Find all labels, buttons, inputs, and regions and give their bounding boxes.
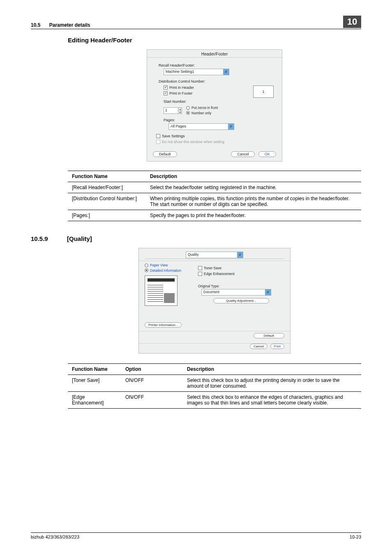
original-type-label: Original Type: [198, 284, 284, 288]
original-type-value: Document [203, 290, 219, 294]
cancel-button[interactable]: Cancel [250, 344, 267, 349]
print-in-header-label: Print in Header [169, 86, 194, 90]
chevron-up-down-icon: ⇵ [237, 252, 243, 258]
paper-view-radio[interactable]: Paper View [145, 263, 168, 267]
print-button[interactable]: Print [270, 344, 284, 349]
toner-save-checkbox[interactable]: Toner Save [198, 266, 221, 270]
chevron-up-down-icon: ⇵ [265, 289, 271, 295]
print-in-header-checkbox[interactable]: Print in Header [164, 86, 194, 90]
checkbox-icon [198, 272, 202, 276]
table-row: [Distribution Control Number:] When prin… [68, 193, 361, 210]
table-header-option: Option [121, 364, 183, 375]
table-cell-opt: ON/OFF [121, 375, 183, 392]
table-cell-desc: When printing multiple copies, this func… [146, 193, 361, 210]
section-number: 10.5 [31, 22, 40, 28]
chevron-up-icon: ▴ [178, 108, 182, 111]
table-cell-fn: [Distribution Control Number:] [68, 193, 146, 210]
table-cell-desc: Select this check box to adjust the prin… [183, 375, 361, 392]
recall-select-value: Machine Setting1 [166, 69, 194, 74]
number-only-radio[interactable]: Number only [186, 111, 211, 115]
table-row: [Edge Enhancement] ON/OFF Select this ch… [68, 392, 361, 409]
start-number-label: Start Number: [164, 99, 274, 104]
dialog-title: Header/Footer [147, 50, 282, 58]
cancel-button[interactable]: Cancel [231, 151, 255, 157]
do-not-show-checkbox: Do not show this window when setting [156, 140, 224, 144]
section-title: Parameter details [49, 22, 90, 28]
checkbox-icon [164, 91, 168, 95]
quality-tab-value: Quality [188, 252, 198, 257]
paper-view-label: Paper View [150, 263, 168, 267]
quality-tab-select[interactable]: Quality ⇵ [186, 252, 243, 258]
chevron-up-down-icon: ⇵ [223, 69, 229, 75]
edge-enhancement-label: Edge Enhancement [204, 272, 235, 276]
footer-left: bizhub 423/363/283/223 [31, 534, 79, 539]
radio-icon [145, 264, 148, 267]
chevron-up-down-icon: ⇵ [228, 124, 234, 130]
radio-icon [145, 268, 148, 272]
heading-editing-header-footer: Editing Header/Footer [68, 37, 361, 44]
checkbox-icon [156, 134, 160, 138]
pages-select-value: All Pages [171, 124, 186, 128]
checkbox-icon [164, 86, 168, 90]
table-header-function: Function Name [68, 171, 146, 182]
put-zeros-radio[interactable]: Put zeros in front [186, 106, 218, 110]
heading-quality: 10.5.9 [Quality] [31, 235, 361, 242]
print-in-footer-checkbox[interactable]: Print in Footer [164, 91, 193, 95]
table-cell-desc: Specify the pages to print the header/fo… [146, 210, 361, 221]
pages-label: Pages: [159, 118, 274, 122]
table-cell-fn: [Edge Enhancement] [68, 392, 121, 409]
recall-label: Recall Header/Footer: [159, 63, 274, 67]
subsection-number: 10.5.9 [31, 235, 57, 242]
table-header-description: Description [183, 364, 361, 375]
table-cell-fn: [Pages:] [68, 210, 146, 221]
quality-dialog: Quality ⇵ Paper View Detailed Informatio… [138, 248, 291, 354]
table-header-description: Description [146, 171, 361, 182]
edge-enhancement-checkbox[interactable]: Edge Enhancement [198, 272, 235, 276]
page-header: 10.5 Parameter details 10 [31, 16, 361, 29]
table-row: [Toner Save] ON/OFF Select this check bo… [68, 375, 361, 392]
toner-save-label: Toner Save [204, 266, 221, 270]
start-number-stepper[interactable]: ▴▾ [178, 107, 182, 114]
save-settings-label: Save Settings [162, 134, 185, 138]
save-settings-checkbox[interactable]: Save Settings [156, 134, 185, 138]
default-button[interactable]: Default [254, 333, 284, 338]
start-number-input[interactable]: 1 [164, 107, 178, 114]
subsection-title: [Quality] [67, 235, 92, 242]
detailed-info-label: Detailed Information [150, 268, 181, 273]
quality-adjustment-button[interactable]: Quality Adjustment... [213, 298, 269, 303]
header-footer-dialog: Header/Footer Recall Header/Footer: Mach… [147, 49, 282, 162]
footer-right: 10-23 [350, 534, 361, 539]
default-button[interactable]: Default [153, 151, 177, 157]
chevron-down-icon: ▾ [178, 111, 182, 113]
table-header-function: Function Name [68, 364, 121, 375]
table-cell-desc: Select this check box to enhance the edg… [183, 392, 361, 409]
number-only-label: Number only [191, 111, 211, 115]
checkbox-icon [156, 140, 160, 144]
printer-information-button[interactable]: Printer Information... [145, 322, 182, 328]
chapter-number: 10 [343, 16, 361, 28]
preview-box: 1 [253, 86, 274, 98]
print-in-footer-label: Print in Footer [169, 91, 193, 95]
radio-icon [186, 106, 190, 110]
radio-icon [186, 111, 190, 115]
original-type-select[interactable]: Document ⇵ [201, 289, 271, 296]
put-zeros-label: Put zeros in front [191, 106, 218, 110]
do-not-show-label: Do not show this window when setting [162, 140, 224, 144]
pages-select[interactable]: All Pages ⇵ [168, 123, 234, 130]
table-cell-fn: [Toner Save] [68, 375, 121, 392]
quality-table: Function Name Option Description [Toner … [68, 363, 361, 409]
recall-select[interactable]: Machine Setting1 ⇵ [164, 69, 229, 75]
page-footer: bizhub 423/363/283/223 10-23 [31, 532, 361, 539]
checkbox-icon [198, 266, 202, 270]
table-cell-desc: Select the header/footer setting registe… [146, 182, 361, 193]
preview-thumbnail [145, 275, 178, 306]
table-cell-opt: ON/OFF [121, 392, 183, 409]
detailed-info-radio[interactable]: Detailed Information [145, 268, 181, 273]
table-cell-fn: [Recall Header/Footer:] [68, 182, 146, 193]
table-row: [Pages:] Specify the pages to print the … [68, 210, 361, 221]
ok-button[interactable]: OK [258, 151, 276, 157]
dcn-label: Distribution Control Number: [159, 79, 274, 83]
header-footer-table: Function Name Description [Recall Header… [68, 171, 361, 221]
table-row: [Recall Header/Footer:] Select the heade… [68, 182, 361, 193]
